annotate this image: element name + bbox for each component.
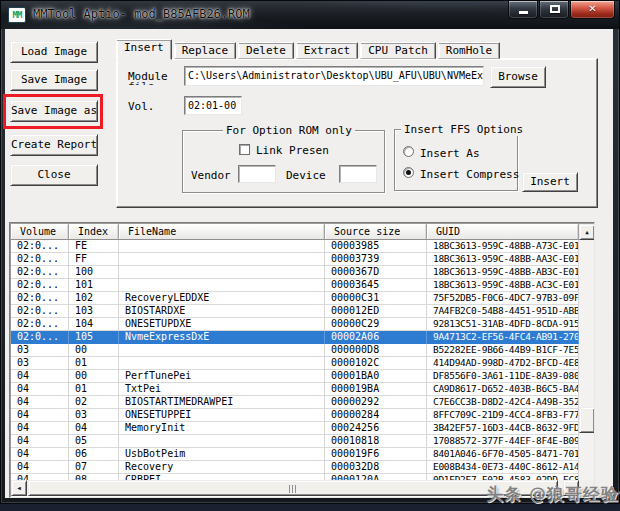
tab-extract[interactable]: Extract <box>296 42 358 59</box>
table-cell: 00000284 <box>325 409 427 422</box>
table-cell: 00 <box>69 344 119 357</box>
table-cell: Recovery <box>119 461 325 474</box>
maximize-button[interactable] <box>539 1 569 19</box>
column-header-volume[interactable]: Volume <box>11 224 69 240</box>
table-row[interactable]: 0406UsbBotPeim000019F68401A046-6F70-4505… <box>11 448 579 461</box>
table-cell: 0000102C <box>325 357 427 370</box>
link-present-label: Link Presen <box>256 144 329 157</box>
table-row[interactable]: 0402BIOSTARTIMEDRAWPEI00000292C7E6CC3B-D… <box>11 396 579 409</box>
table-cell: 000019F6 <box>325 448 427 461</box>
table-cell: 03 <box>69 409 119 422</box>
table-row[interactable]: 02:0...1010000364518BC3613-959C-48BB-AC3… <box>11 279 579 292</box>
table-row[interactable]: 02:0...FE0000398518BC3613-959C-48BB-A73C… <box>11 240 579 253</box>
mmtool-window: MM MMTool Aptio- mod_B85AFB26.ROM ✕ Load… <box>0 0 620 504</box>
close-window-button[interactable]: Close <box>10 164 98 186</box>
table-cell: 03 <box>11 357 69 370</box>
table-cell: TxtPei <box>119 383 325 396</box>
minimize-button[interactable] <box>508 1 538 19</box>
horizontal-scroll-thumb[interactable] <box>28 480 558 496</box>
tab-replace[interactable]: Replace <box>174 42 236 59</box>
table-row[interactable]: 04050001081817088572-377F-44EF-8F4E-B09F… <box>11 435 579 448</box>
window-title: MMTool Aptio- mod_B85AFB26.ROM <box>33 7 250 21</box>
table-cell: MemoryInit <box>119 422 325 435</box>
insert-button[interactable]: Insert <box>522 172 578 192</box>
table-row[interactable]: 02:0...103BIOSTARDXE000012ED7A4FB2C0-54B… <box>11 305 579 318</box>
table-cell: RecoveryLEDDXE <box>119 292 325 305</box>
table-row[interactable]: 0300000000D8B52282EE-9B66-44B9-B1CF-7E50… <box>11 344 579 357</box>
scroll-grip-icon <box>289 485 297 493</box>
table-row[interactable]: 0404MemoryInit000242563B42EF57-16D3-44CB… <box>11 422 579 435</box>
table-cell: 0000367D <box>325 266 427 279</box>
tab-delete[interactable]: Delete <box>238 42 294 59</box>
table-row[interactable]: 0403ONESETUPPEI000002848FFC709C-21D9-4CC… <box>11 409 579 422</box>
table-cell: 18BC3613-959C-48BB-AB3C-E017A4 <box>427 266 579 279</box>
table-cell: C7E6CC3B-D8D2-42C4-A49B-352424 <box>427 396 579 409</box>
table-row[interactable]: 02:0...1000000367D18BC3613-959C-48BB-AB3… <box>11 266 579 279</box>
table-cell: 00000C31 <box>325 292 427 305</box>
module-file-label-line2: file <box>128 82 155 85</box>
load-image-button[interactable]: Load Image <box>10 41 98 63</box>
table-cell: 00002A06 <box>325 331 427 344</box>
vertical-scroll-thumb[interactable] <box>579 407 595 433</box>
insert-as-label: Insert As <box>420 147 480 160</box>
table-row[interactable]: 0401TxtPei000019BACA9D8617-D652-403B-B6C… <box>11 383 579 396</box>
table-header: VolumeIndexFileNameSource sizeGUID <box>11 224 579 240</box>
close-icon: ✕ <box>588 3 596 14</box>
table-row[interactable]: 02:0...105NvmeExpressDxE00002A069A4713C2… <box>11 331 579 344</box>
table-cell: 18BC3613-959C-48BB-AA3C-E017A4 <box>427 253 579 266</box>
table-cell: PerfTunePei <box>119 370 325 383</box>
ffs-options-group-title: Insert FFS Options <box>401 123 526 136</box>
table-row[interactable]: 02:0...FF0000373918BC3613-959C-48BB-AA3C… <box>11 253 579 266</box>
tab-cpu-patch[interactable]: CPU Patch <box>360 42 436 59</box>
module-path-input[interactable]: C:\Users\Administrator\Desktop\UBU_AFU\U… <box>184 66 484 86</box>
table-cell: B52282EE-9B66-44B9-B1CF-7E5040 <box>427 344 579 357</box>
device-input[interactable] <box>339 165 377 183</box>
link-present-checkbox[interactable] <box>239 144 250 155</box>
tab-romhole[interactable]: RomHole <box>438 42 500 59</box>
table-cell: 8FFC709C-21D9-4CC4-8FB3-F77083 <box>427 409 579 422</box>
scroll-left-icon: ◀ <box>17 484 21 491</box>
table-cell: 03 <box>11 344 69 357</box>
table-cell: 04 <box>11 383 69 396</box>
table-row[interactable]: 02:0...102RecoveryLEDDXE00000C3175F52DB5… <box>11 292 579 305</box>
table-cell: 04 <box>69 422 119 435</box>
table-cell: 04 <box>11 409 69 422</box>
close-button[interactable]: ✕ <box>570 1 615 19</box>
table-cell: BIOSTARTIMEDRAWPEI <box>119 396 325 409</box>
column-header-index[interactable]: Index <box>69 224 119 240</box>
vertical-scrollbar[interactable]: ▲ ▼ <box>579 224 595 498</box>
browse-button[interactable]: Browse <box>490 66 546 88</box>
insert-as-radio[interactable] <box>403 146 414 157</box>
scroll-up-button[interactable]: ▲ <box>579 224 595 240</box>
table-cell: 04 <box>11 396 69 409</box>
scroll-left-button[interactable]: ◀ <box>11 480 27 496</box>
column-header-filename[interactable]: FileName <box>119 224 325 240</box>
table-row[interactable]: 02:0...104ONESETUPDXE00000C2992813C51-31… <box>11 318 579 331</box>
table-row[interactable]: 0407Recovery000032D8E008B434-0E73-440C-8… <box>11 461 579 474</box>
table-cell: 04 <box>11 435 69 448</box>
option-rom-group: For Option ROM only Link Presen Vendor D… <box>182 130 385 193</box>
insert-compress-radio[interactable] <box>403 167 414 178</box>
column-header-source-size[interactable]: Source size <box>325 224 427 240</box>
table-cell: 00003645 <box>325 279 427 292</box>
tab-insert[interactable]: Insert <box>116 39 172 60</box>
save-image-button[interactable]: Save Image <box>10 69 98 91</box>
table-cell: 01 <box>69 383 119 396</box>
table-row[interactable]: 03010000102C414D94AD-998D-47D2-BFCD-4E88… <box>11 357 579 370</box>
vendor-input[interactable] <box>238 165 276 183</box>
table-cell: 17088572-377F-44EF-8F4E-B09FF1 <box>427 435 579 448</box>
table-cell: 000000D8 <box>325 344 427 357</box>
table-cell: 104 <box>69 318 119 331</box>
insert-tab-panel: Module file C:\Users\Administrator\Deskt… <box>116 58 598 208</box>
title-bar[interactable]: MM MMTool Aptio- mod_B85AFB26.ROM ✕ <box>1 1 619 29</box>
table-cell: UsbBotPeim <box>119 448 325 461</box>
table-cell: 04 <box>11 461 69 474</box>
insert-compress-label: Insert Compress <box>420 168 519 181</box>
window-controls: ✕ <box>507 1 615 19</box>
create-report-button[interactable]: Create Report <box>10 134 98 156</box>
column-header-guid[interactable]: GUID <box>427 224 579 240</box>
vol-input[interactable]: 02:01-00 <box>184 96 242 115</box>
table-cell: 07 <box>69 461 119 474</box>
table-row[interactable]: 0400PerfTunePei00001BA0DF8556F0-3A61-11D… <box>11 370 579 383</box>
ffs-options-group: Insert FFS Options Insert As Insert Comp… <box>394 129 518 191</box>
